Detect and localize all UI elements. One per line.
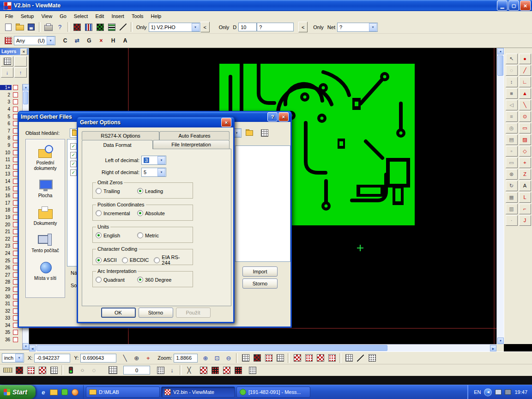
swap-aperture-button[interactable]: ⇄: [71, 35, 83, 47]
radio-eia-rs-244[interactable]: EIA RS-244: [154, 254, 187, 266]
layer-move-up-button[interactable]: ↑: [14, 67, 27, 78]
layers-panel-titlebar[interactable]: Layers ×: [0, 48, 29, 55]
firefox-quicklaunch-icon[interactable]: [71, 388, 79, 396]
import-cancel-button[interactable]: Storno: [242, 278, 278, 289]
zoom-in-icon[interactable]: ⊕: [200, 352, 211, 364]
radio-metric[interactable]: Metric: [137, 232, 179, 238]
menu-item-help[interactable]: Help: [147, 12, 165, 20]
scroll-down-icon[interactable]: ▼: [497, 338, 504, 344]
layer-color-swatch[interactable]: [13, 92, 18, 97]
dcode-info-field[interactable]: ?: [257, 23, 294, 31]
place-down-icon[interactable]: ↓: [166, 364, 178, 376]
taskbar-task-191-482-091-mess[interactable]: [191-482-091] - Mess...: [236, 387, 310, 398]
dot-tool-icon[interactable]: ·: [506, 215, 518, 226]
file-item[interactable]: ✓: [70, 169, 77, 176]
grid-pattern-icon[interactable]: [48, 364, 60, 376]
new-file-icon[interactable]: [2, 21, 14, 33]
checked-checkbox-icon[interactable]: ✓: [70, 143, 77, 150]
menu-item-select[interactable]: Select: [70, 12, 92, 20]
radio-trailing[interactable]: Trailing: [96, 188, 137, 194]
red-pattern-4-icon[interactable]: [232, 364, 244, 376]
gerber-close-button[interactable]: ×: [221, 118, 231, 127]
l-shape-tool-icon[interactable]: L: [519, 192, 531, 203]
layer-row-35[interactable]: 35: [0, 329, 23, 336]
checked-checkbox-icon[interactable]: ✓: [70, 169, 77, 176]
gear-tool-icon[interactable]: ⊛: [506, 169, 518, 180]
circle-aperture-button[interactable]: C: [59, 35, 71, 47]
mask-a-icon[interactable]: [291, 352, 303, 364]
text-aperture-button[interactable]: A: [119, 35, 131, 47]
dropdown-arrow-icon[interactable]: ▾: [157, 156, 165, 164]
y-coordinate-field[interactable]: 0.690643: [80, 354, 116, 363]
ring-tool-icon[interactable]: ◎: [506, 123, 518, 133]
radio-leading[interactable]: Leading: [137, 188, 179, 194]
horizontal-scrollbar-thumb[interactable]: [36, 345, 387, 351]
ruler-icon[interactable]: [2, 364, 13, 376]
import-help-button[interactable]: ?: [267, 112, 278, 121]
radio-360-degree[interactable]: 360 Degree: [137, 277, 179, 283]
hide-icons-button[interactable]: ◀: [484, 388, 492, 396]
redraw-tool-icon[interactable]: ◌: [506, 65, 518, 76]
layers-scroll-up-icon[interactable]: ▲: [23, 84, 29, 91]
layers-scrollbar-thumb[interactable]: [23, 91, 28, 104]
file-item[interactable]: ✓: [70, 152, 77, 158]
file-item[interactable]: ✓: [70, 161, 77, 167]
dot-pattern-icon[interactable]: [25, 364, 36, 376]
crosshair-plus-icon[interactable]: +: [142, 352, 154, 364]
diagonal-tool-icon[interactable]: ╲: [519, 100, 531, 110]
aperture-type-combo[interactable]: Any(U)▾: [14, 36, 55, 45]
grid-display-icon[interactable]: [240, 352, 251, 364]
language-indicator[interactable]: EN: [474, 389, 481, 395]
vertical-scrollbar[interactable]: ▲ ▼: [496, 48, 504, 344]
target-tool-icon[interactable]: ⊙: [519, 111, 531, 122]
select-tool-icon[interactable]: ↖: [506, 54, 518, 64]
highlight-aperture-button[interactable]: H: [107, 35, 119, 47]
x-coordinate-field[interactable]: -0.942237: [34, 354, 70, 363]
diamond-tool-icon[interactable]: ◇: [519, 146, 531, 157]
place-m-sta-v-s-ti[interactable]: Místa v síti: [26, 260, 65, 281]
open-file-icon[interactable]: [14, 21, 25, 33]
menu-item-file[interactable]: File: [1, 12, 17, 20]
delete-aperture-button[interactable]: ×: [95, 35, 107, 47]
print-icon[interactable]: [42, 21, 54, 33]
zoom-window-icon[interactable]: ⊡: [211, 352, 223, 364]
dropdown-arrow-icon[interactable]: ▾: [47, 36, 54, 45]
ruler-tool-icon[interactable]: ▥: [506, 204, 518, 214]
right-of-decimal-combo[interactable]: 5 ▾: [141, 168, 166, 177]
place-tento-po-ta[interactable]: Tento počítač: [26, 233, 65, 254]
bracket-tool-icon[interactable]: ⌐: [519, 204, 531, 214]
measure-mode-icon[interactable]: [117, 21, 129, 33]
mask-d-icon[interactable]: [326, 352, 338, 364]
layer-table-button[interactable]: [1, 56, 13, 66]
grid-tool-icon[interactable]: ▦: [506, 192, 518, 203]
horizontal-scrollbar[interactable]: ◀ ▶: [29, 344, 496, 351]
pattern-pick-icon[interactable]: [247, 364, 258, 376]
tab-auto-features[interactable]: Auto Features: [159, 131, 230, 140]
snap-dots-icon[interactable]: [366, 352, 378, 364]
red-pattern-2-icon[interactable]: [209, 364, 221, 376]
taskbar-task-d-mlab[interactable]: D:\MLAB: [86, 387, 160, 398]
save-file-icon[interactable]: [25, 21, 37, 33]
wide-rect-tool-icon[interactable]: ▭: [506, 157, 518, 168]
layer-color-swatch[interactable]: [13, 330, 18, 335]
hatch-pattern-icon[interactable]: [36, 364, 48, 376]
hook-tool-icon[interactable]: J: [519, 215, 531, 226]
dropdown-arrow-icon[interactable]: ▾: [192, 23, 200, 31]
rotation-field[interactable]: 0: [123, 366, 150, 375]
menu-item-tools[interactable]: Tools: [128, 12, 147, 20]
pan-tool-icon[interactable]: ↕: [506, 77, 518, 87]
layer-row-36[interactable]: 36: [0, 336, 23, 344]
radio-ebcdic[interactable]: EBCDIC: [122, 257, 149, 263]
corner-tool-icon[interactable]: ∟: [519, 77, 531, 87]
small-rect-tool-icon[interactable]: ▫: [506, 146, 518, 157]
layer-move-down-button[interactable]: ↓: [1, 67, 13, 78]
mask-b-icon[interactable]: [303, 352, 314, 364]
graphics-mode-icon[interactable]: [94, 21, 106, 33]
probe-circle-icon[interactable]: ◌: [88, 364, 100, 376]
status-light-icon[interactable]: [65, 364, 77, 376]
place-plocha[interactable]: Plocha: [26, 178, 65, 199]
cross-mode-icon[interactable]: ╳: [183, 364, 195, 376]
aperture-grid-icon[interactable]: [2, 35, 14, 47]
fill-tool-icon[interactable]: ■: [506, 88, 518, 99]
tray-status-icon-2[interactable]: [505, 389, 511, 395]
